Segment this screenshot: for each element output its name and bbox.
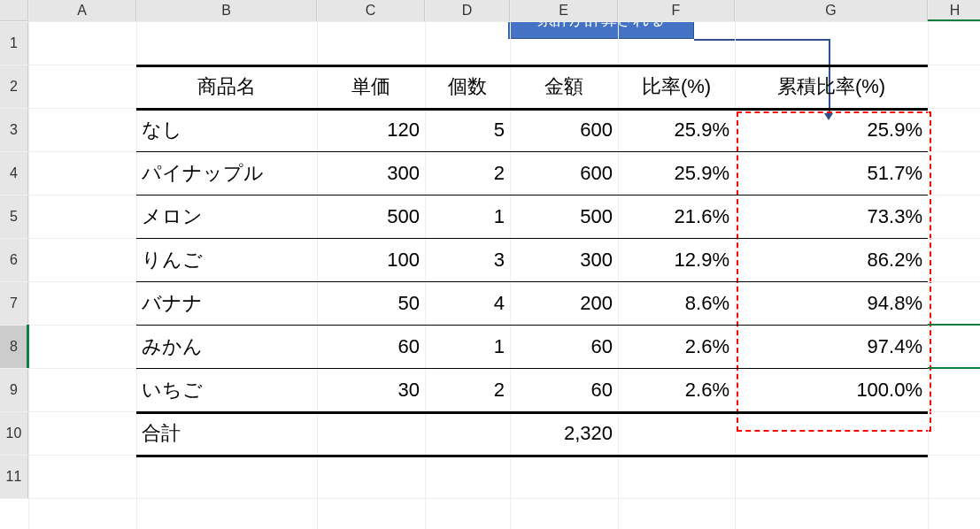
cell-name-9[interactable]: いちご [136,368,317,411]
cell-name-3[interactable]: なし [136,108,317,151]
table-rule [136,455,928,457]
row-header-8[interactable]: 8 [0,325,28,368]
cell-ratio-6[interactable]: 12.9% [618,238,735,281]
row-header-5[interactable]: 5 [0,195,28,238]
col-header-C[interactable]: C [317,0,425,21]
cell-unit-8[interactable]: 60 [317,325,425,368]
table-rule [136,368,928,369]
cell-unit-3[interactable]: 120 [317,108,425,151]
cell-name-8[interactable]: みかん [136,325,317,368]
row-header-7[interactable]: 7 [0,281,28,325]
cell-qty-7[interactable]: 4 [425,281,510,325]
table-rule [136,281,928,282]
row-header-3[interactable]: 3 [0,108,28,151]
cell-amount-8[interactable]: 60 [510,325,618,368]
table-rule [136,65,928,67]
cell-cum-6[interactable]: 86.2% [735,238,928,281]
cell-qty-4[interactable]: 2 [425,151,510,195]
cell-amount-6[interactable]: 300 [510,238,618,281]
row8-select-top [928,324,980,326]
cell-ratio-3[interactable]: 25.9% [618,108,735,151]
cell-unit-5[interactable]: 500 [317,195,425,238]
cell-qty-3[interactable]: 5 [425,108,510,151]
cell-ratio-7[interactable]: 8.6% [618,281,735,325]
header-C[interactable]: 単価 [317,65,425,108]
select-all-corner[interactable] [0,0,28,21]
cell-name-7[interactable]: バナナ [136,281,317,325]
gridline-v [28,0,29,529]
cell-qty-6[interactable]: 3 [425,238,510,281]
table-rule [136,325,928,326]
cell-cum-7[interactable]: 94.8% [735,281,928,325]
table-rule [136,195,928,196]
header-B[interactable]: 商品名 [136,65,317,108]
cell-unit-7[interactable]: 50 [317,281,425,325]
cell-qty-9[interactable]: 2 [425,368,510,411]
gridline-h [0,21,980,22]
callout-arrow-h [694,39,829,41]
cell-cum-3[interactable]: 25.9% [735,108,928,151]
col-header-D[interactable]: D [425,0,510,21]
row-header-11[interactable]: 11 [0,455,28,498]
cell-amount-9[interactable]: 60 [510,368,618,411]
cell-amount-4[interactable]: 600 [510,151,618,195]
row-header-9[interactable]: 9 [0,368,28,411]
cell-unit-9[interactable]: 30 [317,368,425,411]
cell-amount-3[interactable]: 600 [510,108,618,151]
row-header-4[interactable]: 4 [0,151,28,195]
cell-ratio-9[interactable]: 2.6% [618,368,735,411]
spreadsheet-area[interactable]: 累計が計算される ABCDEFGH1234567891011商品名単価個数金額比… [0,0,980,529]
header-F[interactable]: 比率(%) [618,65,735,108]
row-header-6[interactable]: 6 [0,238,28,281]
table-rule [136,411,928,414]
cell-ratio-8[interactable]: 2.6% [618,325,735,368]
cell-unit-6[interactable]: 100 [317,238,425,281]
table-rule [136,238,928,239]
cell-cum-5[interactable]: 73.3% [735,195,928,238]
cell-cum-4[interactable]: 51.7% [735,151,928,195]
table-rule [136,108,928,111]
header-G[interactable]: 累積比率(%) [735,65,928,108]
cell-ratio-4[interactable]: 25.9% [618,151,735,195]
cell-amount-7[interactable]: 200 [510,281,618,325]
col-header-A[interactable]: A [28,0,136,21]
header-E[interactable]: 金額 [510,65,618,108]
cell-name-6[interactable]: りんご [136,238,317,281]
cell-total-amount[interactable]: 2,320 [510,411,618,455]
row-header-10[interactable]: 10 [0,411,28,455]
cell-cum-9[interactable]: 100.0% [735,368,928,411]
col-header-G[interactable]: G [735,0,928,21]
cell-total-label[interactable]: 合計 [136,411,317,455]
colH-select-accent [928,19,980,21]
col-header-B[interactable]: B [136,0,317,21]
cell-qty-8[interactable]: 1 [425,325,510,368]
row8-select-bottom [928,367,980,369]
row-header-2[interactable]: 2 [0,65,28,108]
cell-ratio-5[interactable]: 21.6% [618,195,735,238]
row8-select-left [27,325,29,368]
cell-name-4[interactable]: パイナップル [136,151,317,195]
col-header-E[interactable]: E [510,0,618,21]
cell-cum-8[interactable]: 97.4% [735,325,928,368]
cell-unit-4[interactable]: 300 [317,151,425,195]
table-rule [136,151,928,152]
col-header-H[interactable]: H [928,0,980,21]
col-header-F[interactable]: F [618,0,735,21]
header-D[interactable]: 個数 [425,65,510,108]
gridline-v [928,0,929,529]
cell-qty-5[interactable]: 1 [425,195,510,238]
cell-name-5[interactable]: メロン [136,195,317,238]
cell-amount-5[interactable]: 500 [510,195,618,238]
row-header-1[interactable]: 1 [0,21,28,65]
gridline-h [0,498,980,499]
